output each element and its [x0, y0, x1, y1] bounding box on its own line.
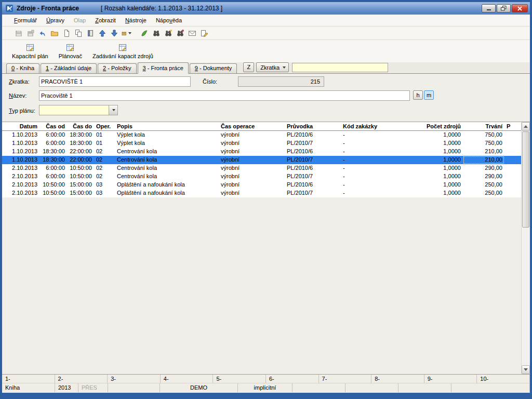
table-cell[interactable] — [504, 164, 521, 172]
table-cell[interactable]: 18:30:00 — [67, 139, 94, 148]
table-cell[interactable]: PL/2010/7 — [285, 139, 341, 148]
table-cell[interactable]: 6:00:00 — [39, 139, 67, 148]
table-cell[interactable]: PL/2010/6 — [285, 131, 341, 139]
table-cell[interactable]: 02 — [94, 164, 115, 172]
table-cell[interactable]: 1,0000 — [408, 156, 463, 164]
edit-print-icon[interactable] — [199, 28, 209, 38]
table-cell[interactable]: 02 — [94, 156, 115, 164]
table-cell[interactable]: 750,00 — [463, 139, 504, 148]
table-cell[interactable]: 02 — [94, 172, 115, 181]
table-cell[interactable]: 2.10.2013 — [2, 172, 39, 181]
table-cell[interactable]: 03 — [94, 189, 115, 197]
find-next-icon[interactable] — [163, 28, 174, 38]
table-cell[interactable]: výrobní — [219, 148, 285, 156]
table-row[interactable]: 2.10.201310:50:0015:00:0003Opláštění a n… — [2, 189, 521, 197]
table-cell[interactable]: Opláštění a nafoukání kola — [115, 181, 219, 189]
table-cell[interactable]: PL/2010/7 — [285, 172, 341, 181]
table-cell[interactable]: 1.10.2013 — [2, 139, 39, 148]
menu-napoveda[interactable]: Nápověda — [151, 16, 187, 25]
restore-button[interactable] — [497, 4, 511, 12]
table-cell[interactable] — [504, 148, 521, 156]
table-cell[interactable]: PL/2010/6 — [285, 164, 341, 172]
column-header-datum[interactable]: Datum — [2, 122, 39, 130]
copy-icon[interactable] — [73, 28, 84, 38]
table-cell[interactable]: - — [341, 156, 408, 164]
combobox-dropdown-button[interactable] — [109, 105, 117, 115]
zadavani-kapacit-button[interactable]: Zadávání kapacit zdrojů — [89, 42, 157, 61]
table-cell[interactable] — [504, 172, 521, 181]
typ-planu-combobox[interactable] — [39, 105, 118, 115]
table-cell[interactable] — [504, 189, 521, 197]
zkratka-input[interactable] — [39, 76, 191, 87]
table-cell[interactable]: 10:50:00 — [67, 172, 94, 181]
quick-filter-input[interactable] — [292, 63, 388, 72]
scroll-down-button[interactable] — [522, 365, 530, 374]
column-header-pruvodka[interactable]: Průvodka — [285, 122, 341, 130]
table-cell[interactable]: - — [341, 172, 408, 181]
table-cell[interactable]: 22:00:00 — [67, 156, 94, 164]
table-row[interactable]: 2.10.20136:00:0010:50:0002Centrování kol… — [2, 164, 521, 172]
close-button[interactable] — [512, 4, 528, 12]
table-cell[interactable]: - — [341, 189, 408, 197]
table-cell[interactable]: 02 — [94, 148, 115, 156]
table-cell[interactable]: 1.10.2013 — [2, 156, 39, 164]
send-dropdown-icon[interactable] — [121, 28, 131, 38]
table-cell[interactable]: 6:00:00 — [39, 164, 67, 172]
table-cell[interactable]: 1.10.2013 — [2, 148, 39, 156]
tab-dokumenty[interactable]: 9 - Dokumenty — [190, 63, 237, 73]
table-cell[interactable]: Centrování kola — [115, 156, 219, 164]
table-cell[interactable]: 10:50:00 — [39, 181, 67, 189]
table-cell[interactable]: 10:50:00 — [39, 189, 67, 197]
column-header-popis[interactable]: Popis — [115, 122, 219, 130]
table-cell[interactable]: Centrování kola — [115, 148, 219, 156]
table-cell[interactable] — [504, 131, 521, 139]
table-cell[interactable]: 250,00 — [463, 181, 504, 189]
table-cell[interactable]: 210,00 — [463, 156, 504, 164]
column-header-cas-do[interactable]: Čas do — [67, 122, 94, 130]
table-cell[interactable]: 1,0000 — [408, 189, 463, 197]
table-cell[interactable]: - — [341, 139, 408, 148]
table-cell[interactable]: - — [341, 164, 408, 172]
table-cell[interactable]: 01 — [94, 131, 115, 139]
table-cell[interactable]: PL/2010/7 — [285, 156, 341, 164]
tab-polozky[interactable]: 2 - Položky — [98, 63, 136, 73]
table-cell[interactable]: výrobní — [219, 189, 285, 197]
table-cell[interactable] — [504, 156, 521, 164]
nazev-input[interactable] — [39, 90, 410, 101]
table-cell[interactable]: PL/2010/7 — [285, 189, 341, 197]
plant-icon[interactable] — [139, 28, 150, 38]
column-header-trvani[interactable]: Trvání — [463, 122, 504, 130]
mail-icon[interactable] — [187, 28, 197, 38]
scrollbar-thumb[interactable] — [522, 131, 529, 228]
table-cell[interactable] — [504, 181, 521, 189]
move-up-icon[interactable] — [97, 28, 108, 38]
table-cell[interactable]: 01 — [94, 139, 115, 148]
table-cell[interactable]: 1,0000 — [408, 148, 463, 156]
table-cell[interactable]: 03 — [94, 181, 115, 189]
table-cell[interactable]: 250,00 — [463, 189, 504, 197]
tab-zakladni-udaje[interactable]: 1 - Základní údaje — [41, 63, 97, 73]
table-cell[interactable]: 18:30:00 — [39, 148, 67, 156]
table-cell[interactable]: 2.10.2013 — [2, 164, 39, 172]
table-cell[interactable]: 2.10.2013 — [2, 181, 39, 189]
table-cell[interactable]: 6:00:00 — [39, 131, 67, 139]
z-button[interactable]: Z — [243, 62, 254, 72]
table-cell[interactable]: 1.10.2013 — [2, 131, 39, 139]
table-cell[interactable]: 6:00:00 — [39, 172, 67, 181]
table-cell[interactable]: 22:00:00 — [67, 148, 94, 156]
column-header-cas-od[interactable]: Čas od — [39, 122, 67, 130]
quick-filter-field-selector[interactable]: Zkratka — [256, 62, 289, 72]
tab-fronta-prace[interactable]: 3 - Fronta práce — [138, 62, 189, 74]
table-cell[interactable]: 18:30:00 — [67, 131, 94, 139]
column-header-p[interactable]: P — [504, 122, 521, 130]
table-cell[interactable]: 1,0000 — [408, 181, 463, 189]
table-cell[interactable]: 10:50:00 — [67, 164, 94, 172]
vertical-scrollbar[interactable] — [521, 122, 530, 374]
table-cell[interactable]: 750,00 — [463, 131, 504, 139]
table-cell[interactable]: výrobní — [219, 164, 285, 172]
table-cell[interactable]: 290,00 — [463, 164, 504, 172]
find-variant-icon[interactable] — [175, 28, 185, 38]
table-cell[interactable]: 210,00 — [463, 148, 504, 156]
m-button[interactable]: m — [424, 90, 434, 100]
table-cell[interactable]: 290,00 — [463, 172, 504, 181]
